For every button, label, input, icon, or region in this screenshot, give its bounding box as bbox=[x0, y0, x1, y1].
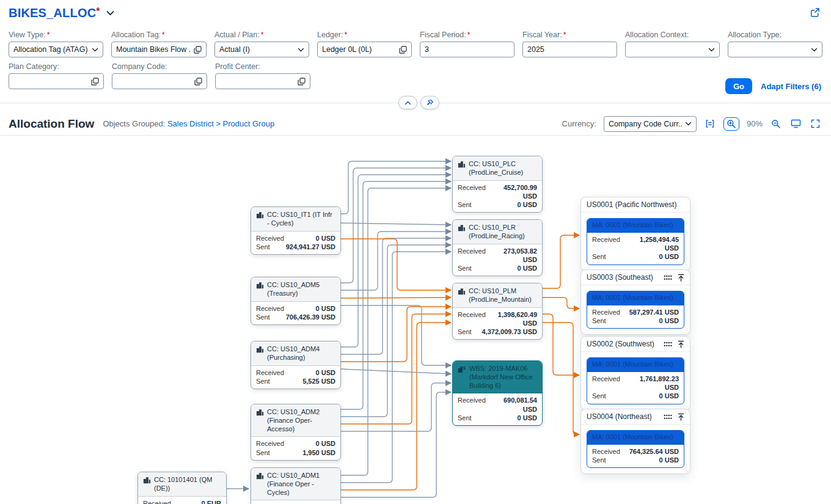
filter-allocation-type-input[interactable] bbox=[728, 42, 822, 57]
value-help-icon[interactable] bbox=[194, 78, 202, 86]
flow-edge[interactable] bbox=[341, 168, 451, 283]
node-row: Received587,297.41 USD bbox=[592, 308, 679, 316]
collapse-group-icon[interactable] bbox=[678, 274, 684, 282]
objects-grouped-link[interactable]: Sales District > Product Group bbox=[167, 119, 274, 128]
dirty-marker: * bbox=[96, 6, 100, 16]
flow-edge[interactable] bbox=[341, 239, 451, 290]
flow-edge[interactable] bbox=[341, 314, 451, 424]
flow-edge[interactable] bbox=[341, 161, 451, 214]
graph-group-us0001[interactable]: US0001 (Pacific Northwest)MA: 0001 (Moun… bbox=[580, 197, 690, 271]
required-marker: * bbox=[467, 31, 470, 39]
graph-node-us0003-ma[interactable]: MA: 0001 (Mountain Bikes)Received587,297… bbox=[587, 291, 684, 329]
flow-edge[interactable] bbox=[341, 307, 451, 362]
row-value: 924,941.27 USD bbox=[286, 243, 335, 251]
flow-edge[interactable] bbox=[543, 323, 579, 434]
flow-edge[interactable] bbox=[341, 232, 451, 290]
flow-edge[interactable] bbox=[543, 235, 579, 288]
filter-label-ledger: Ledger:* bbox=[317, 31, 412, 39]
node-row: Received1,398,620.49 USD bbox=[458, 310, 537, 328]
graph-node-us10-adm5[interactable]: CC: US10_ADM5 (Treasury)Received0 USDSen… bbox=[251, 277, 341, 325]
filter-ledger-input[interactable]: Ledger 0L (0L) bbox=[317, 42, 412, 57]
value-help-icon[interactable] bbox=[298, 78, 306, 86]
collapse-group-icon[interactable] bbox=[678, 340, 684, 348]
filter-field-plan-category: Plan Category: bbox=[9, 62, 104, 89]
title-chevron-down-icon[interactable] bbox=[105, 9, 115, 17]
filter-allocation-tag-input[interactable]: Mountain Bikes Flow ... bbox=[111, 42, 207, 57]
flow-edge[interactable] bbox=[341, 369, 451, 374]
building-icon bbox=[458, 161, 466, 177]
graph-node-us10-plm[interactable]: CC: US10_PLM (ProdLine_Mountain)Received… bbox=[452, 283, 543, 340]
flow-edge[interactable] bbox=[341, 392, 451, 497]
share-icon[interactable] bbox=[808, 6, 821, 19]
filter-label-allocation-type: Allocation Type: bbox=[728, 31, 822, 39]
graph-node-us0001-ma[interactable]: MA: 0001 (Mountain Bikes)Received1,258,4… bbox=[587, 218, 684, 265]
chevron-down-icon bbox=[708, 48, 715, 52]
node-title: CC: US10_IT1 (IT Infr - Cycles) bbox=[267, 211, 335, 228]
graph-node-us10-plc[interactable]: CC: US10_PLC (ProdLine_Cruise)Received45… bbox=[452, 156, 543, 213]
graph-group-us0003[interactable]: US0003 (Southeast)MA: 0001 (Mountain Bik… bbox=[580, 269, 690, 335]
group-layout-icon[interactable] bbox=[664, 275, 673, 280]
row-label: Sent bbox=[592, 392, 606, 400]
group-layout-icon[interactable] bbox=[664, 414, 673, 420]
node-body: Received1,398,620.49 USDSent4,372,009.73… bbox=[453, 308, 542, 340]
flow-edge[interactable] bbox=[543, 298, 579, 309]
filter-profit-center-input[interactable] bbox=[215, 73, 310, 89]
fit-to-screen-icon[interactable] bbox=[789, 118, 802, 130]
flow-edge[interactable] bbox=[341, 175, 451, 347]
flow-edge[interactable] bbox=[341, 323, 451, 490]
graph-node-us0002-ma[interactable]: MA: 0001 (Mountain Bikes)Received1,761,8… bbox=[587, 357, 684, 404]
flow-edge[interactable] bbox=[543, 314, 579, 375]
node-title: CC: US10_PLC (ProdLine_Cruise) bbox=[469, 160, 537, 177]
chevron-down-icon bbox=[685, 122, 692, 126]
value-help-icon[interactable] bbox=[91, 78, 99, 86]
zoom-out-icon[interactable] bbox=[770, 118, 782, 130]
legend-icon[interactable] bbox=[704, 118, 716, 130]
flow-edge[interactable] bbox=[341, 245, 451, 417]
graph-group-us0002[interactable]: US0002 (Southwest)MA: 0001 (Mountain Bik… bbox=[580, 336, 690, 411]
filter-fiscal-period-input[interactable]: 3 bbox=[420, 42, 514, 57]
node-row: Received1,258,494.45 USD bbox=[592, 235, 679, 253]
flow-edge[interactable] bbox=[341, 298, 451, 298]
filter-field-company-code: Company Code: bbox=[112, 62, 207, 89]
filter-view-type-input[interactable]: Allocation Tag (ATAG) bbox=[9, 42, 103, 57]
node-title: CC: US10_ADM2 (Finance Oper-Accesso) bbox=[267, 408, 335, 433]
row-label: Received bbox=[256, 234, 284, 243]
graph-node-cc-10101401[interactable]: CC: 10101401 (QM (DE))Received0 EURSent2… bbox=[137, 472, 227, 504]
value-help-icon[interactable] bbox=[399, 46, 407, 54]
required-marker: * bbox=[47, 31, 50, 39]
row-value: 4,372,009.73 USD bbox=[481, 327, 537, 336]
node-row: Received0 USD bbox=[256, 234, 335, 243]
adapt-filters-link[interactable]: Adapt Filters (6) bbox=[761, 82, 821, 91]
go-button[interactable]: Go bbox=[725, 78, 752, 94]
collapse-filterbar-button[interactable] bbox=[398, 96, 417, 109]
zoom-in-icon[interactable] bbox=[723, 117, 739, 131]
graph-node-us0004-ma[interactable]: MA: 0001 (Mountain Bikes)Received764,325… bbox=[587, 430, 684, 468]
graph-group-us0004[interactable]: US0004 (Northeast)MA: 0001 (Mountain Bik… bbox=[580, 409, 690, 474]
pin-filterbar-button[interactable] bbox=[420, 96, 439, 109]
graph-node-us10-it1[interactable]: CC: US10_IT1 (IT Infr - Cycles)Received0… bbox=[251, 206, 341, 255]
filter-actual-plan-input[interactable]: Actual (I) bbox=[214, 42, 309, 57]
flow-edge[interactable] bbox=[341, 238, 451, 354]
graph-node-us10-adm2[interactable]: CC: US10_ADM2 (Finance Oper-Accesso)Rece… bbox=[251, 404, 341, 461]
graph-node-wbs-mak06[interactable]: $WBS: 2019-MAK06 (Markdorf New Office Bu… bbox=[452, 360, 543, 426]
value-help-icon[interactable] bbox=[194, 46, 202, 54]
filter-plan-category-input[interactable] bbox=[9, 73, 104, 89]
flow-edge[interactable] bbox=[341, 223, 451, 225]
graph-node-us10-adm4[interactable]: CC: US10_ADM4 (Purchasing)Received0 USDS… bbox=[251, 341, 341, 389]
flow-edge[interactable] bbox=[341, 252, 451, 483]
filter-label-fiscal-year: Fiscal Year:* bbox=[522, 31, 617, 39]
row-value: 273,053.82 USD bbox=[491, 247, 537, 265]
collapse-group-icon[interactable] bbox=[678, 413, 684, 421]
filter-actual-plan-value: Actual (I) bbox=[219, 45, 295, 54]
graph-node-us10-adm1[interactable]: CC: US10_ADM1 (Finance Oper -Cycles)Rece… bbox=[251, 467, 341, 504]
fullscreen-icon[interactable] bbox=[810, 118, 821, 130]
node-body: Received452,700.99 USDSent0 USD bbox=[453, 181, 542, 213]
filter-allocation-context-input[interactable] bbox=[625, 42, 720, 57]
filter-company-code-input[interactable] bbox=[112, 73, 207, 89]
filter-fiscal-year-input[interactable]: 2025 bbox=[522, 42, 617, 57]
node-row: Sent0 USD bbox=[592, 252, 679, 261]
graph-node-us10-plr[interactable]: CC: US10_PLR (ProdLine_Racing)Received27… bbox=[452, 219, 543, 276]
flow-edge[interactable] bbox=[341, 181, 451, 409]
currency-select[interactable]: Company Code Curr... bbox=[604, 116, 697, 132]
group-layout-icon[interactable] bbox=[664, 341, 673, 347]
